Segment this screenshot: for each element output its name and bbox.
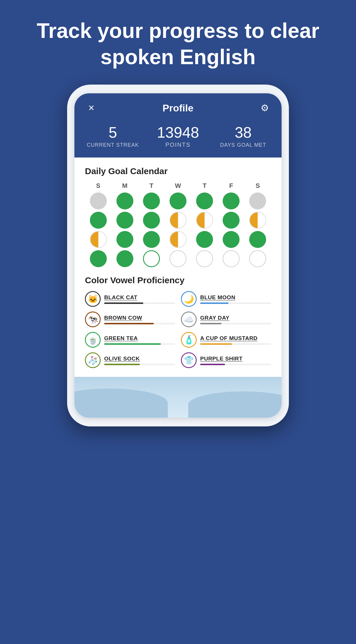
hill-left [74, 388, 168, 418]
calendar-section: Daily Goal Calendar S M T W T F S [85, 166, 271, 267]
streak-label: CURRENT STREAK [87, 142, 139, 148]
days-label: DAYS GOAL MET [220, 142, 266, 148]
cal-cell [111, 250, 138, 267]
cal-cell [245, 250, 271, 267]
brown-cow-icon: 🐄 [85, 312, 101, 327]
cal-cell [138, 231, 165, 248]
cal-cell [111, 231, 138, 248]
purple-shirt-icon: 👕 [181, 352, 197, 368]
streak-value: 5 [109, 124, 117, 141]
mustard-icon: 🧴 [181, 332, 197, 348]
cal-cell [165, 250, 191, 267]
vowel-name-green-tea: GREEN TEA [104, 335, 175, 342]
calendar-title: Daily Goal Calendar [85, 166, 271, 176]
blue-moon-icon: 🌙 [181, 291, 197, 307]
cal-cell [111, 192, 138, 209]
close-icon[interactable]: × [85, 102, 98, 114]
cal-cell [85, 192, 111, 209]
phone-mockup: × Profile ⚙ 5 CURRENT STREAK 13948 POINT… [67, 85, 289, 426]
points-stat: 13948 POINTS [145, 124, 210, 148]
vowel-name-black-cat: BLACK CAT [104, 294, 175, 301]
cal-cell [191, 231, 218, 248]
app-screen: × Profile ⚙ 5 CURRENT STREAK 13948 POINT… [74, 93, 282, 418]
cal-cell [218, 212, 245, 229]
vowel-item-purple-shirt: 👕 PURPLE SHIRT [181, 352, 271, 368]
page-title: Profile [163, 102, 193, 114]
vowel-item-green-tea: 🍵 GREEN TEA [85, 332, 175, 348]
cal-cell [218, 231, 245, 248]
cal-cell-current [138, 250, 165, 267]
day-label-m: M [111, 182, 138, 190]
stats-bar: 5 CURRENT STREAK 13948 POINTS 38 DAYS GO… [74, 121, 282, 158]
vowel-name-gray-day: GRAY DAY [200, 315, 271, 321]
vowel-name-brown-cow: BROWN COW [104, 315, 175, 321]
vowel-bar-gray-day [200, 323, 271, 324]
vowel-bar-brown-cow [104, 323, 175, 324]
hill-right [188, 391, 282, 418]
vowel-info-green-tea: GREEN TEA [104, 335, 175, 345]
day-label-s2: S [245, 182, 271, 190]
app-body: Daily Goal Calendar S M T W T F S [74, 158, 282, 377]
cal-cell [138, 192, 165, 209]
vowel-name-mustard: A CUP OF MUSTARD [200, 335, 271, 342]
streak-stat: 5 CURRENT STREAK [80, 124, 145, 148]
vowel-item-olive-sock: 🧦 OLIVE SOCK [85, 352, 175, 368]
vowel-item-brown-cow: 🐄 BROWN COW [85, 312, 175, 327]
vowel-bar-olive-sock [104, 364, 175, 365]
vowel-item-black-cat: 🐱 BLACK CAT [85, 291, 175, 307]
vowel-section: Color Vowel Proficiency 🐱 BLACK CAT [85, 275, 271, 368]
cal-cell [218, 192, 245, 209]
vowel-info-blue-moon: BLUE MOON [200, 294, 271, 304]
cal-cell [245, 192, 271, 209]
olive-sock-icon: 🧦 [85, 352, 101, 368]
day-label-f: F [218, 182, 245, 190]
vowel-item-gray-day: ☁️ GRAY DAY [181, 312, 271, 327]
calendar-row-4 [85, 250, 271, 267]
calendar-row-1 [85, 192, 271, 209]
settings-icon[interactable]: ⚙ [258, 102, 271, 114]
vowel-info-purple-shirt: PURPLE SHIRT [200, 356, 271, 365]
cal-cell [191, 212, 218, 229]
cal-cell [85, 250, 111, 267]
calendar-header: S M T W T F S [85, 182, 271, 190]
bottom-scene [74, 377, 282, 418]
black-cat-icon: 🐱 [85, 291, 101, 307]
vowel-grid: 🐱 BLACK CAT 🌙 BLUE MOON [85, 291, 271, 368]
hero-title: Track your progress to clear spoken Engl… [0, 0, 356, 82]
vowel-bar-mustard [200, 343, 271, 345]
vowel-info-olive-sock: OLIVE SOCK [104, 356, 175, 365]
cal-cell [245, 212, 271, 229]
cal-cell [138, 212, 165, 229]
green-tea-icon: 🍵 [85, 332, 101, 348]
calendar-row-3 [85, 231, 271, 248]
vowel-bar-green-tea [104, 343, 175, 345]
vowel-bar-blue-moon [200, 302, 271, 304]
days-stat: 38 DAYS GOAL MET [211, 124, 276, 148]
app-header: × Profile ⚙ [74, 93, 282, 121]
days-value: 38 [235, 124, 252, 141]
cal-cell [165, 212, 191, 229]
cal-cell [218, 250, 245, 267]
gray-day-icon: ☁️ [181, 312, 197, 327]
vowel-item-blue-moon: 🌙 BLUE MOON [181, 291, 271, 307]
vowel-bar-purple-shirt [200, 364, 271, 365]
cal-cell [85, 231, 111, 248]
vowel-name-purple-shirt: PURPLE SHIRT [200, 356, 271, 362]
calendar-row-2 [85, 212, 271, 229]
vowel-info-mustard: A CUP OF MUSTARD [200, 335, 271, 345]
vowel-name-blue-moon: BLUE MOON [200, 294, 271, 301]
cal-cell [111, 212, 138, 229]
cal-cell [165, 231, 191, 248]
cal-cell [165, 192, 191, 209]
day-label-w: W [165, 182, 191, 190]
vowel-info-black-cat: BLACK CAT [104, 294, 175, 304]
points-label: POINTS [165, 141, 191, 148]
vowel-section-title: Color Vowel Proficiency [85, 275, 271, 285]
day-label-t1: T [138, 182, 165, 190]
day-label-s1: S [85, 182, 111, 190]
vowel-bar-black-cat [104, 302, 175, 304]
vowel-name-olive-sock: OLIVE SOCK [104, 356, 175, 362]
points-value: 13948 [157, 124, 199, 141]
cal-cell [245, 231, 271, 248]
vowel-item-mustard: 🧴 A CUP OF MUSTARD [181, 332, 271, 348]
